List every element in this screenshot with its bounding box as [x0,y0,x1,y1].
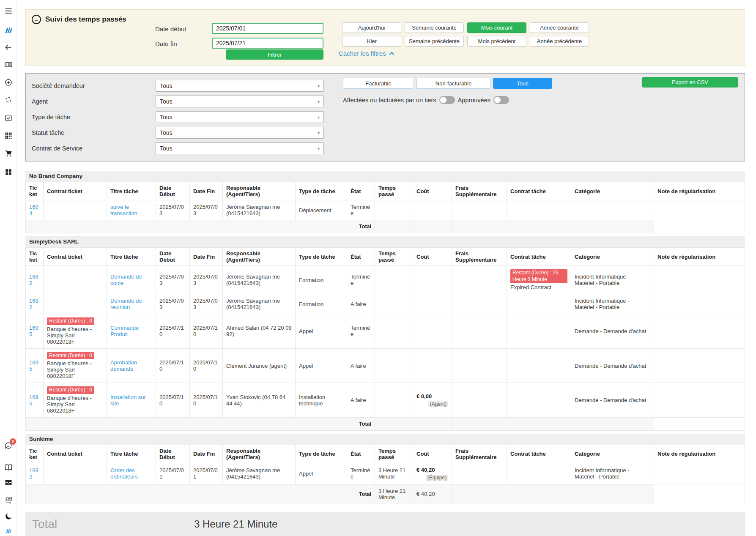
ticket-link[interactable]: 1692 [29,467,38,480]
billing-filter-button[interactable]: Non-facturable [416,78,490,89]
group-total-fill [452,484,654,504]
inbox-icon[interactable] [4,478,13,487]
main-content: ← Suivi des temps passés Date début Date… [25,0,745,536]
tickets-icon[interactable] [4,60,13,69]
company-group: SunkimeTicketContrat ticketTitre tâcheDa… [25,434,745,504]
task-title-cell: Commande Produit [107,314,156,349]
category-cell: Demande - Demande d'achat [571,348,654,383]
back-arrow-icon[interactable] [4,43,13,52]
chat-notifications-icon[interactable]: 8 [4,441,13,450]
date-fin-cell: 2025/07/01 [190,463,223,484]
quick-filter-button[interactable]: Semaine précédente [405,36,464,46]
filter-row: AgentTous▾ [32,96,324,107]
ticket-link[interactable]: 1695 [29,359,38,372]
filter-rows: Société demandeurTous▾AgentTous▾Type de … [32,80,324,158]
billing-filter-button[interactable]: Tous [493,78,552,89]
task-type-cell: Installation technique [296,383,347,418]
task-title-link[interactable]: Order des ordinateurs [110,467,138,480]
date-fin-input[interactable] [212,38,323,49]
export-csv-button[interactable]: Export en CSV [642,77,738,88]
task-type-cell: Appel [296,463,347,484]
sync-icon[interactable] [4,95,13,104]
date-debut-cell: 2025/07/10 [156,314,190,349]
filter-row: Type de tâcheTous▾ [32,111,324,123]
app-logo-small-icon[interactable] [5,528,12,534]
back-button[interactable]: ← [32,15,41,24]
ticket-link[interactable]: 1695 [29,325,38,337]
column-header: Note de régularisation [654,445,745,463]
ticket-link[interactable]: 1682 [29,298,38,310]
dark-mode-moon-icon[interactable] [4,512,13,521]
date-debut-label: Date début [155,25,186,33]
billing-filter-button[interactable]: Facturable [343,78,414,89]
cart-icon[interactable] [4,148,13,158]
group-total-row: Total [26,220,745,233]
column-header: Catégorie [571,182,654,200]
column-header: Responsable (Agent/Tiers) [223,248,296,266]
date-debut-cell: 2025/07/03 [156,200,190,220]
add-circle-icon[interactable] [4,78,13,87]
column-header: Type de tâche [296,248,347,266]
quick-filter-button[interactable]: Mois courant [467,22,526,33]
category-cell: Incident Informatique - Matériel - Porta… [571,463,654,484]
quick-filter-button[interactable]: Année courante [530,22,589,33]
filter-select[interactable]: Tous▾ [156,111,324,123]
task-title-cell: Order des ordinateurs [107,463,156,484]
group-total-fill [452,220,654,233]
quick-filter-button[interactable]: Année précédente [530,36,589,46]
task-title-link[interactable]: Installation sur site [110,394,146,407]
task-title-link[interactable]: Demande de reuinion [110,298,142,310]
messages-icon[interactable] [4,495,13,504]
page-title: Suivi des temps passés [45,15,126,24]
contrat-tache-cell [507,463,571,484]
responsable-cell: Jérôme Savagnan me (0415421643) [223,266,296,294]
app-logo-icon[interactable] [4,25,13,35]
approved-toggle[interactable] [493,96,509,104]
task-title-link[interactable]: suive le transaction [110,204,137,216]
column-header: Frais Supplémentaire [452,182,507,200]
column-header: Contrat tâche [507,182,571,200]
status-cell: A faire [347,348,375,383]
column-header: Catégorie [571,445,654,463]
tasks-check-icon[interactable] [4,113,13,123]
column-header: Contrat ticket [44,248,107,266]
knowledge-book-icon[interactable] [4,463,13,472]
ticket-link[interactable]: 1682 [29,273,38,286]
third-party-toggle[interactable] [439,96,455,104]
quick-filter-button[interactable]: Aujourd'hui [342,22,401,33]
category-cell: Incident Informatique - Matériel - Porta… [571,294,654,314]
filter-select[interactable]: Tous▾ [156,127,324,139]
quick-filter-button[interactable]: Mois précédent [467,36,526,46]
task-title-link[interactable]: Commande Produit [110,325,139,337]
cost-tag: (Équipe) [416,474,448,481]
date-fin-cell: 2025/07/03 [190,266,223,294]
column-header: Date Fin [190,445,223,463]
task-title-link[interactable]: Demande de conje [110,273,142,286]
contrat-ticket-cell: Restant (Durée) : 0Banque d'heures - Sim… [44,383,107,418]
quick-filter-button[interactable]: Hier [342,36,401,46]
date-debut-input[interactable] [212,23,323,34]
qr-code-icon[interactable] [4,131,13,140]
hide-filters-link[interactable]: Cacher les filtres [339,50,394,57]
extra-fees-cell [452,383,507,418]
ticket-link[interactable]: 1695 [29,394,38,407]
ticket-cell: 1682 [26,294,44,314]
column-header: État [347,248,375,266]
extra-fees-cell [452,463,507,484]
ticket-link[interactable]: 1684 [29,204,38,216]
group-total-cost: € 40,20 [413,484,452,504]
group-total-time: 3 Heure 21 Minute [375,484,413,504]
category-cell: Incident Informatique - Matériel - Porta… [571,266,654,294]
menu-icon[interactable] [4,6,13,16]
filter-select[interactable]: Tous▾ [156,96,324,107]
filter-button[interactable]: Filtrer [226,49,323,60]
filter-select[interactable]: Tous▾ [156,142,324,154]
quick-filter-button[interactable]: Semaine courante [405,22,464,33]
date-fin-cell: 2025/07/10 [190,314,223,349]
time-entries-table: TicketContrat ticketTitre tâcheDate Débu… [25,182,745,233]
apps-grid-icon[interactable] [4,167,13,177]
contrat-tache-cell: Restant (Durée) : 25 Heure 3 MinuteExpir… [507,266,571,294]
column-header: Contrat tâche [507,248,571,266]
task-title-link[interactable]: Aprobation demande [110,359,137,372]
filter-select[interactable]: Tous▾ [156,80,324,92]
